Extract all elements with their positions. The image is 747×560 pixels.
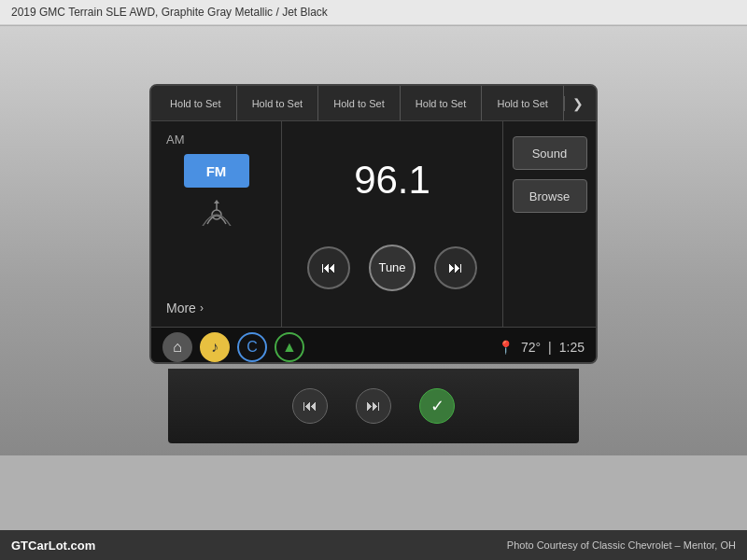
time-separator: |	[548, 340, 552, 355]
presets-row: Hold to Set Hold to Set Hold to Set Hold…	[151, 86, 596, 121]
preset-next-button[interactable]: ❯	[564, 96, 592, 111]
preset-1[interactable]: Hold to Set	[155, 86, 237, 120]
page-wrapper: 2019 GMC Terrain SLE AWD, Graphite Gray …	[0, 0, 747, 560]
site-logo: GTCarLot.com	[11, 539, 95, 553]
phone-icon[interactable]: C	[237, 332, 267, 362]
bottom-bar: GTCarLot.com Photo Courtesy of Classic C…	[0, 530, 747, 560]
home-icon[interactable]: ⌂	[162, 332, 192, 362]
dash-next-button[interactable]: ⏭	[356, 388, 391, 424]
next-button[interactable]: ⏭	[434, 246, 477, 289]
preset-3[interactable]: Hold to Set	[318, 86, 401, 120]
preset-5[interactable]: Hold to Set	[482, 86, 564, 120]
source-panel: AM FM More ›	[151, 121, 282, 327]
vehicle-title: 2019 GMC Terrain SLE AWD,	[11, 6, 158, 19]
temperature: 72°	[521, 340, 541, 355]
preset-4[interactable]: Hold to Set	[401, 86, 483, 120]
more-label: More	[166, 301, 196, 315]
dashboard-controls: ⏮ ⏭ ✓	[168, 369, 579, 443]
main-content: AM FM More › 96.1	[151, 121, 596, 327]
satellite-radio-icon[interactable]	[184, 195, 249, 229]
dash-prev-button[interactable]: ⏮	[292, 388, 328, 424]
time-display: 1:25	[559, 340, 585, 355]
frequency-display: 96.1	[354, 158, 430, 203]
preset-2[interactable]: Hold to Set	[237, 86, 319, 120]
more-button[interactable]: More ›	[166, 301, 204, 315]
sound-button[interactable]: Sound	[513, 136, 587, 170]
svg-marker-2	[214, 200, 219, 203]
nav-icons: ⌂ ♪ C ▲	[162, 332, 304, 362]
music-icon[interactable]: ♪	[200, 332, 230, 362]
dash-confirm-button[interactable]: ✓	[419, 388, 455, 424]
photo-credit: Photo Courtesy of Classic Chevrolet – Me…	[507, 539, 736, 551]
location-icon: 📍	[498, 340, 514, 355]
playback-controls: ⏮ Tune ⏭	[307, 245, 477, 291]
browse-button[interactable]: Browse	[513, 179, 587, 213]
infotainment-screen: Hold to Set Hold to Set Hold to Set Hold…	[149, 84, 598, 364]
previous-button[interactable]: ⏮	[307, 246, 350, 289]
status-right: 📍 72° | 1:25	[498, 340, 585, 355]
top-bar: 2019 GMC Terrain SLE AWD, Graphite Gray …	[0, 0, 747, 25]
fm-button[interactable]: FM	[184, 154, 249, 188]
center-panel: 96.1 ⏮ Tune ⏭	[282, 121, 502, 327]
am-label: AM	[166, 133, 185, 147]
tune-button[interactable]: Tune	[369, 245, 416, 291]
more-chevron-icon: ›	[200, 301, 204, 315]
status-bar: ⌂ ♪ C ▲ 📍 72° | 1:25	[151, 327, 596, 364]
vehicle-subtitle: Graphite Gray Metallic / Jet Black	[162, 6, 328, 19]
maps-icon[interactable]: ▲	[275, 332, 304, 362]
right-panel: Sound Browse	[502, 121, 596, 327]
